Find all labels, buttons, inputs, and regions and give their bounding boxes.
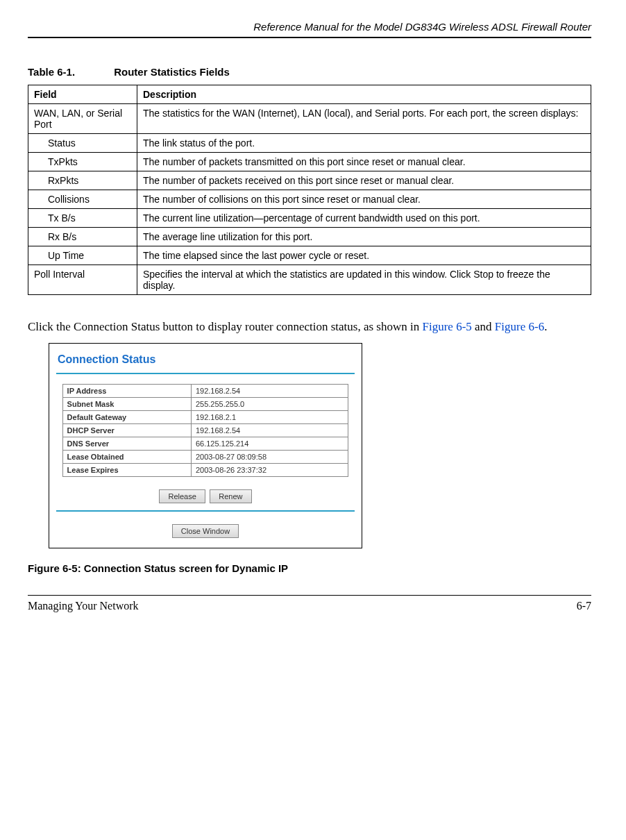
cell-field: Rx B/s <box>28 228 137 246</box>
cell-key: Subnet Mask <box>62 398 191 411</box>
cell-field: Collisions <box>28 190 137 209</box>
cell-field: Poll Interval <box>28 265 137 295</box>
para-text: Click the Connection Status button to di… <box>28 320 423 333</box>
cell-val: 192.168.2.54 <box>191 424 348 437</box>
button-row: Release Renew <box>56 489 355 503</box>
cell-field: RxPkts <box>28 171 137 190</box>
cell-desc: The average line utilization for this po… <box>137 228 591 246</box>
table-row: Lease Obtained2003-08-27 08:09:58 <box>62 451 348 464</box>
cell-val: 66.125.125.214 <box>191 437 348 451</box>
cell-field: TxPkts <box>28 153 137 171</box>
cell-key: DHCP Server <box>62 424 191 437</box>
footer-rule <box>28 595 591 596</box>
cell-key: Lease Obtained <box>62 451 191 464</box>
footer-left: Managing Your Network <box>28 600 139 612</box>
cell-val: 192.168.2.54 <box>191 385 348 398</box>
table-caption: Table 6-1. Router Statistics Fields <box>28 66 591 78</box>
table-row: Poll IntervalSpecifies the interval at w… <box>28 265 591 295</box>
cell-desc: The statistics for the WAN (Internet), L… <box>137 104 591 134</box>
cell-desc: The number of collisions on this port si… <box>137 190 591 209</box>
divider <box>56 510 355 512</box>
table-row: Rx B/sThe average line utilization for t… <box>28 228 591 246</box>
table-number: Table 6-1. <box>28 66 111 78</box>
cell-val: 192.168.2.1 <box>191 411 348 424</box>
para-text: and <box>472 320 495 333</box>
figure-link-6-5[interactable]: Figure 6-5 <box>423 320 472 333</box>
table-row: RxPktsThe number of packets received on … <box>28 171 591 190</box>
table-row: CollisionsThe number of collisions on th… <box>28 190 591 209</box>
cell-desc: The number of packets transmitted on thi… <box>137 153 591 171</box>
cell-desc: The current line utilization—percentage … <box>137 209 591 228</box>
cell-desc: Specifies the interval at which the stat… <box>137 265 591 295</box>
table-row: DHCP Server192.168.2.54 <box>62 424 348 437</box>
th-description: Description <box>137 85 591 104</box>
table-row: Lease Expires2003-08-26 23:37:32 <box>62 464 348 477</box>
header-rule <box>28 37 591 38</box>
router-stats-table: Field Description WAN, LAN, or Serial Po… <box>28 85 591 295</box>
cell-key: Default Gateway <box>62 411 191 424</box>
renew-button[interactable]: Renew <box>210 489 251 503</box>
th-field: Field <box>28 85 137 104</box>
cell-key: Lease Expires <box>62 464 191 477</box>
connection-status-title: Connection Status <box>56 351 355 373</box>
figure-caption: Figure 6-5: Connection Status screen for… <box>28 562 591 574</box>
cell-field: Up Time <box>28 246 137 265</box>
connection-status-screenshot: Connection Status IP Address192.168.2.54… <box>49 343 362 548</box>
cell-val: 2003-08-27 08:09:58 <box>191 451 348 464</box>
figure-link-6-6[interactable]: Figure 6-6 <box>495 320 544 333</box>
table-row: IP Address192.168.2.54 <box>62 385 348 398</box>
close-window-button[interactable]: Close Window <box>172 524 239 538</box>
footer-right: 6-7 <box>577 600 591 612</box>
table-row: WAN, LAN, or Serial PortThe statistics f… <box>28 104 591 134</box>
table-row: Subnet Mask255.255.255.0 <box>62 398 348 411</box>
table-row: TxPktsThe number of packets transmitted … <box>28 153 591 171</box>
doc-header-title: Reference Manual for the Model DG834G Wi… <box>28 21 591 33</box>
page-footer: Managing Your Network 6-7 <box>28 600 591 612</box>
cell-key: IP Address <box>62 385 191 398</box>
cell-field: WAN, LAN, or Serial Port <box>28 104 137 134</box>
divider <box>56 373 355 374</box>
body-paragraph: Click the Connection Status button to di… <box>28 319 591 335</box>
button-row: Close Window <box>56 524 355 538</box>
table-title: Router Statistics Fields <box>114 66 230 78</box>
cell-field: Tx B/s <box>28 209 137 228</box>
cell-val: 2003-08-26 23:37:32 <box>191 464 348 477</box>
cell-desc: The link status of the port. <box>137 134 591 153</box>
cell-desc: The time elapsed since the last power cy… <box>137 246 591 265</box>
cell-val: 255.255.255.0 <box>191 398 348 411</box>
cell-field: Status <box>28 134 137 153</box>
table-row: Up TimeThe time elapsed since the last p… <box>28 246 591 265</box>
table-row: DNS Server66.125.125.214 <box>62 437 348 451</box>
table-row: Tx B/sThe current line utilization—perce… <box>28 209 591 228</box>
table-row: StatusThe link status of the port. <box>28 134 591 153</box>
cell-key: DNS Server <box>62 437 191 451</box>
para-text: . <box>544 320 547 333</box>
connection-status-table: IP Address192.168.2.54 Subnet Mask255.25… <box>62 384 349 477</box>
table-row: Default Gateway192.168.2.1 <box>62 411 348 424</box>
release-button[interactable]: Release <box>159 489 205 503</box>
cell-desc: The number of packets received on this p… <box>137 171 591 190</box>
